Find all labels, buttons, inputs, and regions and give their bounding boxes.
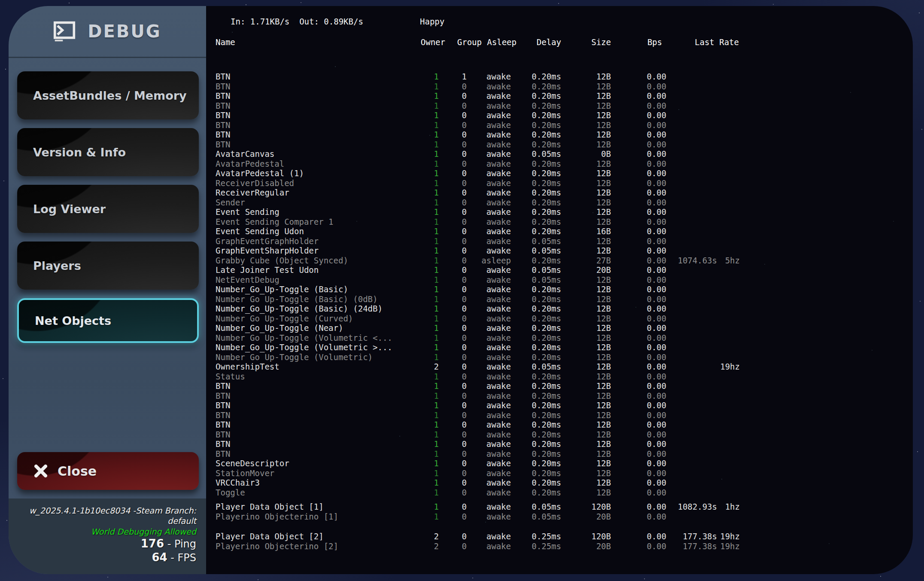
cell-size: 12B <box>561 130 611 140</box>
cell-group: 0 <box>439 459 467 468</box>
cell-group: 0 <box>439 449 467 459</box>
cell-owner: 1 <box>412 439 439 449</box>
cell-name: Playerino Objecterino [2] <box>216 541 412 551</box>
cell-delay: 0.20ms <box>511 410 561 420</box>
cell-rate <box>717 439 740 449</box>
cell-owner: 1 <box>412 449 439 459</box>
table-row: Grabby Cube (Object Synced)10asleep0.20m… <box>216 256 740 266</box>
sidebar-item-players[interactable]: Players <box>17 242 199 290</box>
cell-rate: 19hz <box>717 541 740 551</box>
table-row: AvatarPedestal10awake0.20ms12B0.00 <box>216 159 740 169</box>
sidebar-item-log-viewer[interactable]: Log Viewer <box>17 185 199 233</box>
cell-last <box>666 188 717 198</box>
cell-size: 12B <box>561 468 611 478</box>
net-objects-panel: In: 1.71KB/s Out: 0.89KB/s Happy Name Ow… <box>206 6 913 574</box>
sidebar-item-net-objects[interactable]: Net Objects <box>17 298 199 343</box>
cell-size: 12B <box>561 362 611 372</box>
table-header: Name Owner Group Asleep Delay Size Bps L… <box>216 37 739 47</box>
cell-delay: 0.20ms <box>511 101 561 111</box>
cell-bps: 0.00 <box>611 314 666 324</box>
cell-last <box>666 130 717 140</box>
cell-rate <box>717 110 740 120</box>
cell-name: OwnershipTest <box>216 362 412 372</box>
cell-last <box>666 168 717 178</box>
sidebar-item-label: Net Objects <box>35 314 111 327</box>
cell-last <box>666 246 717 256</box>
sidebar-item-version-info[interactable]: Version & Info <box>17 128 199 176</box>
table-row: ReceiverRegular10awake0.20ms12B0.00 <box>216 188 740 198</box>
cell-name: BTN <box>216 439 412 449</box>
table-row: Event Sending Udon10awake0.20ms16B0.00 <box>216 226 740 236</box>
table-row: Late Joiner Test Udon10awake0.05ms20B0.0… <box>216 265 740 275</box>
cell-delay: 0.05ms <box>511 149 561 159</box>
cell-rate <box>717 217 740 227</box>
cell-name: ReceiverDisabled <box>216 178 412 188</box>
cell-group: 0 <box>439 168 467 178</box>
cell-group: 0 <box>439 110 467 120</box>
cell-asleep: awake <box>467 207 511 217</box>
cell-rate <box>717 149 740 159</box>
cell-name: Number_Go_Up-Toggle (Volumetric) <box>216 352 412 362</box>
cell-asleep: awake <box>467 217 511 227</box>
cell-owner: 1 <box>412 294 439 304</box>
cell-rate <box>717 130 740 140</box>
cell-delay: 0.20ms <box>511 314 561 324</box>
cell-owner: 1 <box>412 284 439 294</box>
cell-group: 0 <box>439 314 467 324</box>
cell-asleep: awake <box>467 226 511 236</box>
table-row: BTN11awake0.20ms12B0.00 <box>216 72 740 82</box>
cell-delay: 0.20ms <box>511 439 561 449</box>
cell-bps: 0.00 <box>611 532 666 541</box>
cell-asleep: awake <box>467 420 511 430</box>
cell-group: 0 <box>439 352 467 362</box>
cell-name: Event Sending Comparer 1 <box>216 217 412 227</box>
cell-delay: 0.25ms <box>511 532 561 541</box>
column-header-owner: Owner <box>412 37 445 47</box>
cell-owner: 1 <box>412 149 439 159</box>
cell-rate <box>717 178 740 188</box>
table-row: Player Data Object [1]10awake0.05ms120B0… <box>216 502 740 512</box>
cell-group: 0 <box>439 468 467 478</box>
cell-asleep: awake <box>467 342 511 352</box>
cell-name: Playerino Objecterino [1] <box>216 512 412 522</box>
sidebar-item-assetbundles-memory[interactable]: AssetBundles / Memory <box>17 71 199 119</box>
cell-group: 0 <box>439 532 467 541</box>
cell-bps: 0.00 <box>611 449 666 459</box>
cell-last <box>666 352 717 362</box>
cell-asleep: awake <box>467 110 511 120</box>
build-version-line1: w_2025.4.1-1b10ec8034 -Steam Branch: <box>9 505 196 516</box>
cell-rate: 19hz <box>717 362 740 372</box>
table-row: BTN10awake0.20ms12B0.00 <box>216 430 740 440</box>
close-button[interactable]: Close <box>17 452 199 490</box>
cell-delay: 0.20ms <box>511 391 561 401</box>
cell-bps: 0.00 <box>611 226 666 236</box>
sidebar-footer: w_2025.4.1-1b10ec8034 -Steam Branch: def… <box>9 498 206 574</box>
cell-last <box>666 294 717 304</box>
cell-bps: 0.00 <box>611 246 666 256</box>
cell-name: AvatarCanvas <box>216 149 412 159</box>
column-header-last-rate: Last Rate <box>662 37 739 47</box>
sidebar: DEBUG AssetBundles / MemoryVersion & Inf… <box>9 6 206 574</box>
table-row: Number_Go_Up-Toggle (Volumetric <...10aw… <box>216 333 740 343</box>
table-row: AvatarPedestal (1)10awake0.20ms12B0.00 <box>216 168 740 178</box>
cell-name: BTN <box>216 401 412 410</box>
cell-name: BTN <box>216 130 412 140</box>
cell-rate <box>717 468 740 478</box>
cell-asleep: awake <box>467 304 511 314</box>
cell-bps: 0.00 <box>611 198 666 208</box>
cell-group: 1 <box>439 72 467 82</box>
cell-name: Late Joiner Test Udon <box>216 265 412 275</box>
cell-delay: 0.05ms <box>511 362 561 372</box>
table-row: GraphEventSharpHolder10awake0.05ms12B0.0… <box>216 246 740 256</box>
cell-bps: 0.00 <box>611 439 666 449</box>
cell-owner: 1 <box>412 120 439 130</box>
cell-bps: 0.00 <box>611 541 666 551</box>
cell-bps: 0.00 <box>611 468 666 478</box>
cell-size: 12B <box>561 101 611 111</box>
cell-bps: 0.00 <box>611 72 666 82</box>
close-icon <box>34 465 47 477</box>
cell-rate <box>717 512 740 522</box>
cell-rate <box>717 82 740 92</box>
cell-last <box>666 430 717 440</box>
table-row: BTN10awake0.20ms12B0.00 <box>216 91 740 101</box>
